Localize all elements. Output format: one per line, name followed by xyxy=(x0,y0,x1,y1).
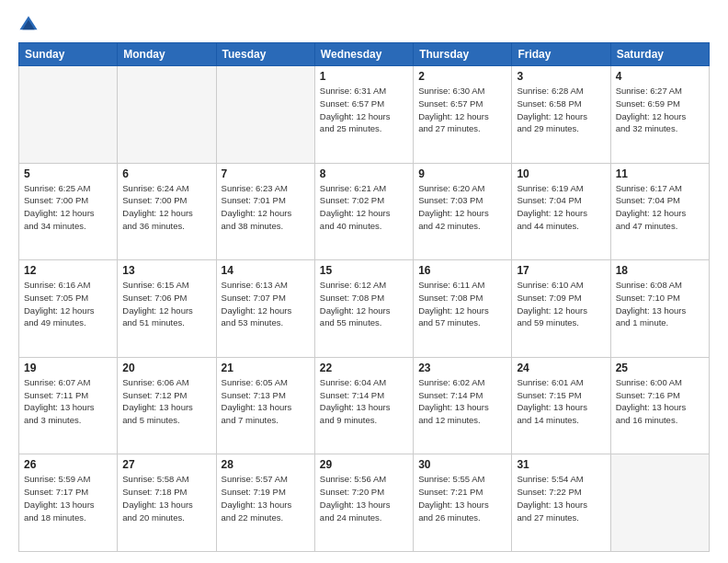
day-info: Sunrise: 6:13 AM Sunset: 7:07 PM Dayligh… xyxy=(222,279,310,329)
day-number: 28 xyxy=(222,458,310,471)
day-cell: 7Sunrise: 6:23 AM Sunset: 7:01 PM Daylig… xyxy=(216,163,314,260)
week-row-1: 1Sunrise: 6:31 AM Sunset: 6:57 PM Daylig… xyxy=(19,66,710,164)
day-number: 24 xyxy=(517,362,605,374)
day-number: 11 xyxy=(616,167,704,180)
day-cell: 12Sunrise: 6:16 AM Sunset: 7:05 PM Dayli… xyxy=(19,260,118,358)
col-header-tuesday: Tuesday xyxy=(216,43,314,66)
day-number: 26 xyxy=(24,458,112,471)
day-number: 1 xyxy=(320,70,408,83)
day-info: Sunrise: 6:12 AM Sunset: 7:08 PM Dayligh… xyxy=(320,279,408,329)
day-cell: 11Sunrise: 6:17 AM Sunset: 7:04 PM Dayli… xyxy=(610,163,709,260)
day-cell xyxy=(610,454,709,552)
day-number: 9 xyxy=(418,167,506,180)
day-cell: 19Sunrise: 6:07 AM Sunset: 7:11 PM Dayli… xyxy=(19,357,118,454)
day-cell: 22Sunrise: 6:04 AM Sunset: 7:14 PM Dayli… xyxy=(314,357,413,454)
day-cell: 29Sunrise: 5:56 AM Sunset: 7:20 PM Dayli… xyxy=(314,454,413,552)
day-cell: 27Sunrise: 5:58 AM Sunset: 7:18 PM Dayli… xyxy=(118,454,216,552)
day-info: Sunrise: 6:31 AM Sunset: 6:57 PM Dayligh… xyxy=(320,85,408,135)
day-number: 2 xyxy=(418,70,506,83)
day-cell: 3Sunrise: 6:28 AM Sunset: 6:58 PM Daylig… xyxy=(512,66,610,164)
day-info: Sunrise: 6:25 AM Sunset: 7:00 PM Dayligh… xyxy=(24,182,112,233)
day-cell: 13Sunrise: 6:15 AM Sunset: 7:06 PM Dayli… xyxy=(118,260,216,358)
day-info: Sunrise: 6:16 AM Sunset: 7:05 PM Dayligh… xyxy=(24,279,112,329)
day-cell: 6Sunrise: 6:24 AM Sunset: 7:00 PM Daylig… xyxy=(118,163,216,260)
day-cell: 25Sunrise: 6:00 AM Sunset: 7:16 PM Dayli… xyxy=(610,357,709,454)
day-info: Sunrise: 6:20 AM Sunset: 7:03 PM Dayligh… xyxy=(418,182,506,233)
day-info: Sunrise: 5:55 AM Sunset: 7:21 PM Dayligh… xyxy=(418,473,506,523)
day-info: Sunrise: 5:58 AM Sunset: 7:18 PM Dayligh… xyxy=(122,473,210,523)
day-info: Sunrise: 6:19 AM Sunset: 7:04 PM Dayligh… xyxy=(517,182,605,233)
day-number: 6 xyxy=(122,167,210,180)
day-cell: 21Sunrise: 6:05 AM Sunset: 7:13 PM Dayli… xyxy=(216,357,314,454)
day-info: Sunrise: 6:23 AM Sunset: 7:01 PM Dayligh… xyxy=(222,182,310,233)
header xyxy=(18,15,710,35)
day-info: Sunrise: 6:00 AM Sunset: 7:16 PM Dayligh… xyxy=(616,376,704,427)
col-header-wednesday: Wednesday xyxy=(314,43,413,66)
day-number: 20 xyxy=(122,362,210,374)
day-cell: 24Sunrise: 6:01 AM Sunset: 7:15 PM Dayli… xyxy=(512,357,610,454)
day-number: 15 xyxy=(320,264,408,277)
day-number: 30 xyxy=(418,458,506,471)
day-cell: 23Sunrise: 6:02 AM Sunset: 7:14 PM Dayli… xyxy=(414,357,512,454)
day-number: 22 xyxy=(320,362,408,374)
day-info: Sunrise: 6:02 AM Sunset: 7:14 PM Dayligh… xyxy=(418,376,506,427)
day-cell: 17Sunrise: 6:10 AM Sunset: 7:09 PM Dayli… xyxy=(512,260,610,358)
day-number: 14 xyxy=(222,264,310,277)
day-info: Sunrise: 5:56 AM Sunset: 7:20 PM Dayligh… xyxy=(320,473,408,523)
day-number: 23 xyxy=(418,362,506,374)
page: SundayMondayTuesdayWednesdayThursdayFrid… xyxy=(0,0,728,563)
day-cell xyxy=(118,66,216,164)
day-cell: 10Sunrise: 6:19 AM Sunset: 7:04 PM Dayli… xyxy=(512,163,610,260)
day-info: Sunrise: 6:15 AM Sunset: 7:06 PM Dayligh… xyxy=(122,279,210,329)
day-cell: 14Sunrise: 6:13 AM Sunset: 7:07 PM Dayli… xyxy=(216,260,314,358)
day-info: Sunrise: 6:08 AM Sunset: 7:10 PM Dayligh… xyxy=(616,279,704,329)
day-cell: 16Sunrise: 6:11 AM Sunset: 7:08 PM Dayli… xyxy=(414,260,512,358)
day-number: 5 xyxy=(24,167,112,180)
day-cell: 15Sunrise: 6:12 AM Sunset: 7:08 PM Dayli… xyxy=(314,260,413,358)
day-number: 31 xyxy=(517,458,605,471)
day-cell: 30Sunrise: 5:55 AM Sunset: 7:21 PM Dayli… xyxy=(414,454,512,552)
day-cell: 20Sunrise: 6:06 AM Sunset: 7:12 PM Dayli… xyxy=(118,357,216,454)
day-number: 3 xyxy=(517,70,605,83)
col-header-friday: Friday xyxy=(512,43,610,66)
day-cell: 2Sunrise: 6:30 AM Sunset: 6:57 PM Daylig… xyxy=(414,66,512,164)
week-row-4: 19Sunrise: 6:07 AM Sunset: 7:11 PM Dayli… xyxy=(19,357,710,454)
day-number: 4 xyxy=(616,70,704,83)
day-cell: 5Sunrise: 6:25 AM Sunset: 7:00 PM Daylig… xyxy=(19,163,118,260)
day-info: Sunrise: 6:01 AM Sunset: 7:15 PM Dayligh… xyxy=(517,376,605,427)
day-number: 16 xyxy=(418,264,506,277)
day-info: Sunrise: 6:30 AM Sunset: 6:57 PM Dayligh… xyxy=(418,85,506,135)
day-info: Sunrise: 5:59 AM Sunset: 7:17 PM Dayligh… xyxy=(24,473,112,523)
col-header-monday: Monday xyxy=(118,43,216,66)
day-number: 13 xyxy=(122,264,210,277)
col-header-thursday: Thursday xyxy=(414,43,512,66)
day-number: 10 xyxy=(517,167,605,180)
day-number: 29 xyxy=(320,458,408,471)
week-row-5: 26Sunrise: 5:59 AM Sunset: 7:17 PM Dayli… xyxy=(19,454,710,552)
day-info: Sunrise: 6:21 AM Sunset: 7:02 PM Dayligh… xyxy=(320,182,408,233)
logo xyxy=(18,15,40,35)
day-info: Sunrise: 6:27 AM Sunset: 6:59 PM Dayligh… xyxy=(616,85,704,135)
day-info: Sunrise: 6:05 AM Sunset: 7:13 PM Dayligh… xyxy=(222,376,310,427)
day-cell: 18Sunrise: 6:08 AM Sunset: 7:10 PM Dayli… xyxy=(610,260,709,358)
day-cell: 1Sunrise: 6:31 AM Sunset: 6:57 PM Daylig… xyxy=(314,66,413,164)
col-header-saturday: Saturday xyxy=(610,43,709,66)
header-row: SundayMondayTuesdayWednesdayThursdayFrid… xyxy=(19,43,710,66)
day-info: Sunrise: 5:54 AM Sunset: 7:22 PM Dayligh… xyxy=(517,473,605,523)
day-number: 12 xyxy=(24,264,112,277)
day-cell xyxy=(216,66,314,164)
day-cell: 4Sunrise: 6:27 AM Sunset: 6:59 PM Daylig… xyxy=(610,66,709,164)
day-info: Sunrise: 6:06 AM Sunset: 7:12 PM Dayligh… xyxy=(122,376,210,427)
day-number: 19 xyxy=(24,362,112,374)
day-number: 8 xyxy=(320,167,408,180)
day-number: 18 xyxy=(616,264,704,277)
day-cell xyxy=(19,66,118,164)
day-cell: 8Sunrise: 6:21 AM Sunset: 7:02 PM Daylig… xyxy=(314,163,413,260)
day-info: Sunrise: 6:10 AM Sunset: 7:09 PM Dayligh… xyxy=(517,279,605,329)
day-info: Sunrise: 5:57 AM Sunset: 7:19 PM Dayligh… xyxy=(222,473,310,523)
day-cell: 28Sunrise: 5:57 AM Sunset: 7:19 PM Dayli… xyxy=(216,454,314,552)
col-header-sunday: Sunday xyxy=(19,43,118,66)
day-cell: 26Sunrise: 5:59 AM Sunset: 7:17 PM Dayli… xyxy=(19,454,118,552)
week-row-2: 5Sunrise: 6:25 AM Sunset: 7:00 PM Daylig… xyxy=(19,163,710,260)
day-info: Sunrise: 6:11 AM Sunset: 7:08 PM Dayligh… xyxy=(418,279,506,329)
